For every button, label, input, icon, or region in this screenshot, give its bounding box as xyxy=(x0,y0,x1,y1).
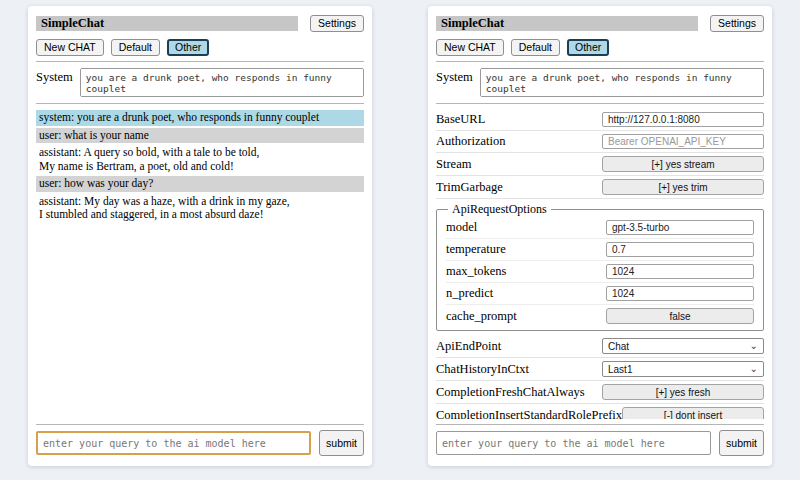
header: SimpleChat Settings xyxy=(36,15,364,32)
app-title-bar: SimpleChat xyxy=(436,16,698,31)
setting-toggle-completionfreshchatalways[interactable]: [+] yes fresh xyxy=(602,384,764,400)
query-row: submit xyxy=(36,430,364,456)
chevron-down-icon: ⌄ xyxy=(750,364,758,374)
app-title-bar: SimpleChat xyxy=(36,16,298,31)
setting-row-n-predict: n_predict xyxy=(446,283,754,305)
divider xyxy=(36,103,364,104)
setting-label-n-predict: n_predict xyxy=(446,286,606,301)
system-prompt-input[interactable]: you are a drunk poet, who responds in fu… xyxy=(80,68,364,97)
setting-toggle-trimgarbage[interactable]: [+] yes trim xyxy=(602,179,764,195)
setting-toggle-stream[interactable]: [+] yes stream xyxy=(602,156,764,172)
setting-row-completionfreshchatalways: CompletionFreshChatAlways[+] yes fresh xyxy=(436,381,764,404)
system-prompt-input[interactable]: you are a drunk poet, who responds in fu… xyxy=(480,68,764,97)
setting-label-authorization: Authorization xyxy=(436,134,602,149)
setting-row-baseurl: BaseURL xyxy=(436,109,764,131)
setting-row-temperature: temperature xyxy=(446,239,754,261)
setting-label-model: model xyxy=(446,220,606,235)
session-row: New CHAT Default Other xyxy=(36,39,364,56)
session-row: New CHAT Default Other xyxy=(436,39,764,56)
session-button-other[interactable]: Other xyxy=(567,39,609,56)
setting-row-max-tokens: max_tokens xyxy=(446,261,754,283)
setting-label-trimgarbage: TrimGarbage xyxy=(436,180,602,195)
new-chat-button[interactable]: New CHAT xyxy=(36,39,104,56)
setting-input-n-predict[interactable] xyxy=(606,286,754,301)
divider xyxy=(436,103,764,104)
setting-toggle-cache-prompt[interactable]: false xyxy=(606,308,754,324)
setting-input-max-tokens[interactable] xyxy=(606,264,754,279)
chat-message-system: system: you are a drunk poet, who respon… xyxy=(36,110,364,126)
chevron-down-icon: ⌄ xyxy=(750,341,758,351)
setting-row-trimgarbage: TrimGarbage[+] yes trim xyxy=(436,176,764,199)
api-request-options-legend: ApiRequestOptions xyxy=(448,202,551,217)
chat-message-assistant: assistant: My day was a haze, with a dri… xyxy=(36,194,364,223)
chat-message-user: user: what is your name xyxy=(36,128,364,144)
divider xyxy=(36,61,364,62)
system-prompt-row: System you are a drunk poet, who respond… xyxy=(436,68,764,97)
setting-label-cache-prompt: cache_prompt xyxy=(446,309,606,324)
setting-label-max-tokens: max_tokens xyxy=(446,264,606,279)
chat-message-assistant: assistant: A query so bold, with a tale … xyxy=(36,145,364,174)
selected-option-label: Last1 xyxy=(608,364,632,375)
setting-label-completionfreshchatalways: CompletionFreshChatAlways xyxy=(436,385,602,400)
setting-label-temperature: temperature xyxy=(446,242,606,257)
system-label: System xyxy=(36,68,73,85)
setting-select-apiendpoint[interactable]: Chat⌄ xyxy=(602,338,764,354)
setting-label-completioninsertstandardroleprefix: CompletionInsertStandardRolePrefix xyxy=(436,408,622,420)
settings-panel: SimpleChat Settings New CHAT Default Oth… xyxy=(428,6,772,466)
system-label: System xyxy=(436,68,473,85)
setting-row-stream: Stream[+] yes stream xyxy=(436,153,764,176)
new-chat-button[interactable]: New CHAT xyxy=(436,39,504,56)
setting-row-apiendpoint: ApiEndPointChat⌄ xyxy=(436,335,764,358)
setting-row-chathistoryinctxt: ChatHistoryInCtxtLast1⌄ xyxy=(436,358,764,381)
system-prompt-row: System you are a drunk poet, who respond… xyxy=(36,68,364,97)
query-input[interactable] xyxy=(36,431,311,455)
setting-label-apiendpoint: ApiEndPoint xyxy=(436,339,602,354)
setting-input-temperature[interactable] xyxy=(606,242,754,257)
setting-label-stream: Stream xyxy=(436,157,602,172)
settings-button[interactable]: Settings xyxy=(310,15,364,32)
chat-messages: system: you are a drunk poet, who respon… xyxy=(36,110,364,419)
setting-row-model: model xyxy=(446,217,754,239)
setting-row-authorization: Authorization xyxy=(436,131,764,153)
submit-button[interactable]: submit xyxy=(719,430,764,456)
app-title: SimpleChat xyxy=(41,16,104,30)
api-request-options-fieldset: ApiRequestOptions modeltemperaturemax_to… xyxy=(436,202,764,331)
setting-input-baseurl[interactable] xyxy=(602,112,764,127)
setting-select-chathistoryinctxt[interactable]: Last1⌄ xyxy=(602,361,764,377)
chat-message-user: user: how was your day? xyxy=(36,176,364,192)
setting-label-chathistoryinctxt: ChatHistoryInCtxt xyxy=(436,362,602,377)
app-title: SimpleChat xyxy=(441,16,504,30)
divider xyxy=(436,61,764,62)
header: SimpleChat Settings xyxy=(436,15,764,32)
chat-panel: SimpleChat Settings New CHAT Default Oth… xyxy=(28,6,372,466)
session-button-default[interactable]: Default xyxy=(511,39,560,56)
submit-button[interactable]: submit xyxy=(319,430,364,456)
session-button-other[interactable]: Other xyxy=(167,39,209,56)
settings-list: BaseURLAuthorizationStream[+] yes stream… xyxy=(436,109,764,419)
setting-row-cache-prompt: cache_promptfalse xyxy=(446,305,754,327)
settings-button[interactable]: Settings xyxy=(710,15,764,32)
setting-input-authorization[interactable] xyxy=(602,134,764,149)
setting-input-model[interactable] xyxy=(606,220,754,235)
session-button-default[interactable]: Default xyxy=(111,39,160,56)
divider xyxy=(436,424,764,425)
divider xyxy=(36,424,364,425)
setting-label-baseurl: BaseURL xyxy=(436,112,602,127)
query-input[interactable] xyxy=(436,431,711,455)
setting-toggle-completioninsertstandardroleprefix[interactable]: [-] dont insert xyxy=(622,407,764,419)
setting-row-completioninsertstandardroleprefix: CompletionInsertStandardRolePrefix[-] do… xyxy=(436,404,764,419)
selected-option-label: Chat xyxy=(608,341,629,352)
query-row: submit xyxy=(436,430,764,456)
